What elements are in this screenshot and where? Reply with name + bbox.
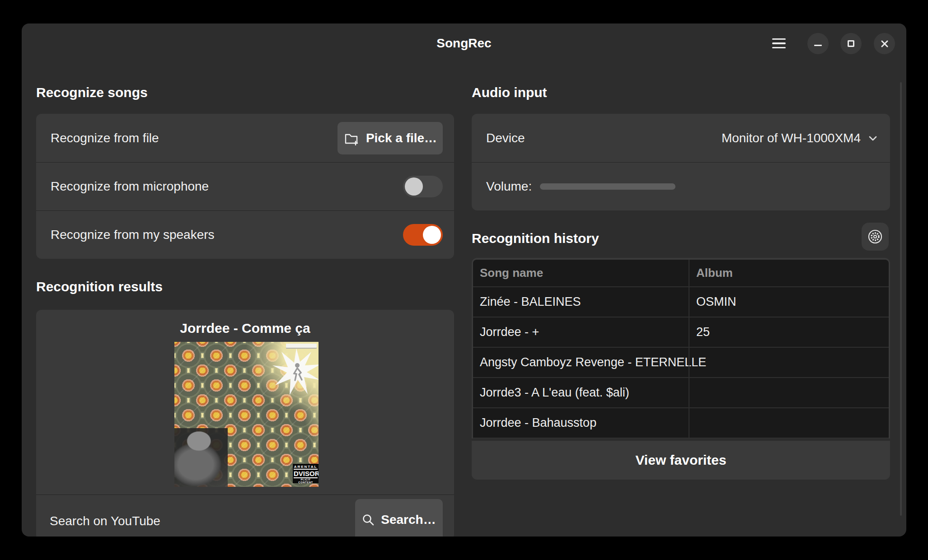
starburst-graphic <box>272 347 319 397</box>
history-row[interactable]: Jorrde3 - A L'eau (feat. $ali) <box>473 378 889 408</box>
device-row[interactable]: Device Monitor of WH-1000XM4 <box>472 114 890 162</box>
toggle-knob <box>405 177 423 196</box>
audio-input-card: Device Monitor of WH-1000XM4 Volume: <box>472 114 890 210</box>
device-value: Monitor of WH-1000XM4 <box>722 131 861 145</box>
song-name-column-header: Song name <box>473 266 689 280</box>
advisory-line-2: DVISORY <box>294 469 318 478</box>
toggle-knob <box>423 226 441 244</box>
headerbar[interactable]: SongRec <box>22 23 906 63</box>
recognize-from-file-row: Recognize from file Pick a file… <box>36 114 454 162</box>
pick-a-file-button[interactable]: Pick a file… <box>337 122 443 154</box>
recognize-songs-card: Recognize from file Pick a file… Recogni… <box>36 114 454 259</box>
album-column-header: Album <box>689 266 889 280</box>
view-favorites-button[interactable]: View favorites <box>472 441 890 480</box>
row-divider <box>36 495 454 495</box>
song-cell: Jorrdee - + <box>473 325 689 339</box>
view-favorites-label: View favorites <box>635 453 726 468</box>
songrec-window: SongRec Recognize songs Recognize from f… <box>22 23 906 537</box>
history-row[interactable]: Jorrdee - Bahausstop <box>473 408 889 439</box>
search-icon <box>362 513 375 526</box>
recognition-results-title: Recognition results <box>36 279 163 294</box>
advisory-line-1: ARENTAL <box>294 465 318 469</box>
history-table-header: Song name Album <box>473 260 889 287</box>
parental-advisory-label: ARENTAL DVISORY PLICIT CONTENT <box>293 464 319 483</box>
volume-level-bar <box>540 183 675 190</box>
chevron-down-icon <box>867 132 879 144</box>
recognize-from-microphone-row: Recognize from microphone <box>36 162 454 210</box>
recognize-from-speakers-row: Recognize from my speakers <box>36 210 454 259</box>
grayscale-figure <box>174 428 228 487</box>
recognition-results-card: Jorrdee - Comme ça ARENTAL DVISORY PLICI… <box>36 310 454 537</box>
song-cell: Zinée - BALEINES <box>473 295 689 309</box>
folder-new-icon <box>343 131 360 145</box>
history-table: Song name Album Zinée - BALEINES OSMIN J… <box>473 260 889 439</box>
song-cell: Jorrde3 - A L'eau (feat. $ali) <box>473 386 689 400</box>
microphone-toggle[interactable] <box>403 176 443 197</box>
album-cell: OSMIN <box>689 295 889 309</box>
column-divider <box>689 260 689 439</box>
song-cell: Jorrdee - Bahausstop <box>473 416 689 430</box>
speakers-toggle[interactable] <box>403 224 443 246</box>
advisory-line-3: PLICIT CONTENT <box>294 478 318 484</box>
recognize-from-speakers-label: Recognize from my speakers <box>51 228 215 242</box>
device-dropdown[interactable]: Monitor of WH-1000XM4 <box>722 131 879 145</box>
desktop: SongRec Recognize songs Recognize from f… <box>0 0 928 560</box>
minimize-icon <box>814 45 822 46</box>
window-scrollbar[interactable] <box>900 82 902 516</box>
song-cell: Angsty Camboyz Revenge - ETERNELLE <box>473 355 689 369</box>
search-youtube-button[interactable]: Search… <box>355 499 443 537</box>
history-row[interactable]: Angsty Camboyz Revenge - ETERNELLE <box>473 348 889 378</box>
recognized-song-title: Jorrdee - Comme ça <box>36 321 454 336</box>
device-label: Device <box>486 131 525 145</box>
history-row[interactable]: Jorrdee - + 25 <box>473 317 889 348</box>
maximize-button[interactable] <box>840 33 862 54</box>
search-button-label: Search… <box>381 513 436 527</box>
history-row[interactable]: Zinée - BALEINES OSMIN <box>473 287 889 317</box>
artist-credit-label <box>286 344 317 349</box>
recognize-from-microphone-label: Recognize from microphone <box>51 179 209 194</box>
close-icon <box>880 39 889 48</box>
maximize-icon <box>848 40 854 47</box>
pick-a-file-label: Pick a file… <box>366 131 437 145</box>
search-on-youtube-label: Search on YouTube <box>50 514 160 528</box>
volume-row: Volume: <box>472 162 890 210</box>
menu-button[interactable] <box>769 36 789 51</box>
history-settings-button[interactable] <box>862 223 889 251</box>
album-art: ARENTAL DVISORY PLICIT CONTENT <box>174 342 319 487</box>
recognize-songs-title: Recognize songs <box>36 85 148 100</box>
audio-input-title: Audio input <box>472 85 547 100</box>
gear-icon <box>867 229 883 244</box>
minimize-button[interactable] <box>807 33 829 54</box>
recognition-history-title: Recognition history <box>472 231 599 246</box>
recognize-from-file-label: Recognize from file <box>51 131 159 145</box>
recognition-history-card: Song name Album Zinée - BALEINES OSMIN J… <box>472 258 890 480</box>
close-button[interactable] <box>874 33 895 54</box>
album-cell: 25 <box>689 325 889 339</box>
volume-label: Volume: <box>486 179 532 194</box>
